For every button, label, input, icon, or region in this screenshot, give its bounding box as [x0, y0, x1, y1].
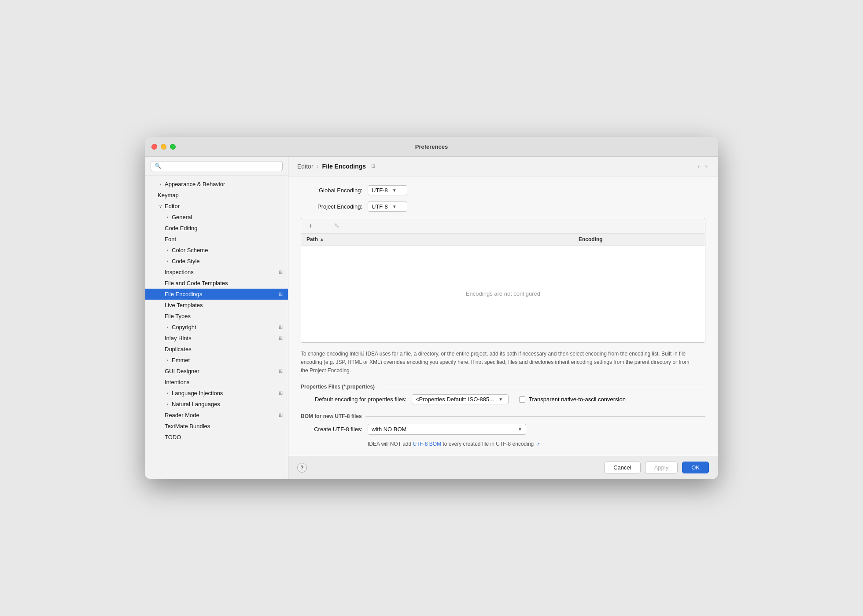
description-text: To change encoding IntelliJ IDEA uses fo… — [301, 350, 697, 375]
sidebar-item-label: Duplicates — [165, 346, 192, 352]
sidebar-item-gui-designer[interactable]: GUI Designer ⊞ — [145, 366, 288, 377]
sidebar: 🔍 › Appearance & Behavior Keymap ∨ Edito — [145, 157, 288, 479]
search-input[interactable] — [164, 163, 279, 169]
dropdown-arrow-icon: ▼ — [392, 204, 397, 209]
sort-asc-icon[interactable]: ▲ — [320, 237, 324, 242]
sidebar-item-label: General — [172, 214, 192, 220]
sidebar-item-natural-languages[interactable]: › Natural Languages — [145, 399, 288, 410]
sidebar-item-label: Editor — [165, 203, 180, 209]
preferences-window: Preferences 🔍 › Appearance & Behavior Ke… — [145, 137, 718, 479]
create-utf8-dropdown[interactable]: with NO BOM ▼ — [368, 424, 526, 435]
ok-button[interactable]: OK — [682, 462, 709, 473]
sidebar-item-general[interactable]: › General — [145, 212, 288, 223]
default-encoding-value: <Properties Default: ISO-885... — [416, 396, 494, 403]
reader-mode-badge: ⊞ — [279, 412, 283, 418]
sidebar-item-reader-mode[interactable]: Reader Mode ⊞ — [145, 410, 288, 421]
path-encoding-table: + − ✎ Path ▲ Encoding Enco — [301, 218, 705, 343]
sidebar-item-file-types[interactable]: File Types — [145, 311, 288, 322]
dropdown-arrow-icon: ▼ — [498, 397, 503, 402]
minimize-button[interactable] — [161, 144, 166, 150]
footer: ? Cancel Apply OK — [288, 456, 718, 479]
sidebar-item-label: GUI Designer — [165, 368, 199, 374]
sidebar-item-label: File and Code Templates — [165, 280, 228, 286]
chevron-down-icon: ∨ — [158, 203, 163, 209]
sidebar-item-code-editing[interactable]: Code Editing — [145, 223, 288, 234]
bom-info-suffix: to every created file in UTF-8 encoding — [441, 441, 534, 447]
chevron-right-icon: › — [165, 390, 170, 396]
chevron-right-icon: › — [165, 401, 170, 407]
chevron-right-icon: › — [165, 357, 170, 363]
bom-info-prefix: IDEA will NOT add — [368, 441, 413, 447]
dropdown-arrow-icon: ▼ — [518, 427, 522, 432]
sidebar-item-copyright[interactable]: › Copyright ⊞ — [145, 322, 288, 333]
path-column-header: Path ▲ — [301, 234, 573, 245]
sidebar-item-todo[interactable]: TODO — [145, 432, 288, 443]
sidebar-item-color-scheme[interactable]: › Color Scheme — [145, 245, 288, 256]
sidebar-item-duplicates[interactable]: Duplicates — [145, 344, 288, 355]
forward-arrow-icon[interactable]: › — [703, 162, 709, 171]
inspections-badge: ⊞ — [279, 269, 283, 275]
sidebar-item-file-encodings[interactable]: File Encodings ⊞ — [145, 289, 288, 300]
search-wrapper[interactable]: 🔍 — [151, 161, 283, 171]
sidebar-item-language-injections[interactable]: › Language Injections ⊞ — [145, 388, 288, 399]
sidebar-item-inlay-hints[interactable]: Inlay Hints ⊞ — [145, 333, 288, 344]
back-arrow-icon[interactable]: ‹ — [696, 162, 702, 171]
encoding-column-label: Encoding — [579, 236, 603, 242]
sidebar-item-label: Font — [165, 236, 176, 242]
path-column-label: Path — [306, 236, 318, 242]
sidebar-item-label: TODO — [165, 434, 181, 440]
empty-state-text: Encodings are not configured — [466, 290, 540, 297]
sidebar-item-appearance-behavior[interactable]: › Appearance & Behavior — [145, 179, 288, 190]
sidebar-item-label: Intentions — [165, 379, 189, 385]
sidebar-item-label: Language Injections — [172, 390, 223, 396]
file-encodings-badge: ⊞ — [279, 291, 283, 297]
sidebar-item-label: Color Scheme — [172, 247, 208, 253]
sidebar-item-textmate-bundles[interactable]: TextMate Bundles — [145, 421, 288, 432]
sidebar-item-label: File Types — [165, 313, 191, 319]
transparent-conversion-row: Transparent native-to-ascii conversion — [519, 396, 626, 403]
sidebar-item-file-code-templates[interactable]: File and Code Templates — [145, 278, 288, 289]
sidebar-item-label: Code Style — [172, 258, 200, 264]
global-encoding-row: Global Encoding: UTF-8 ▼ — [301, 185, 705, 195]
close-button[interactable] — [151, 144, 157, 150]
sidebar-item-intentions[interactable]: Intentions — [145, 377, 288, 388]
apply-button[interactable]: Apply — [645, 462, 678, 473]
sidebar-item-label: Reader Mode — [165, 412, 199, 418]
properties-section-label: Properties Files (*.properties) — [301, 384, 375, 390]
sidebar-item-label: Emmet — [172, 357, 190, 363]
add-path-button[interactable]: + — [306, 221, 315, 231]
gui-designer-badge: ⊞ — [279, 368, 283, 374]
edit-path-button[interactable]: ✎ — [332, 221, 342, 231]
default-encoding-dropdown[interactable]: <Properties Default: ISO-885... ▼ — [412, 394, 509, 404]
breadcrumb-settings-icon: ⊞ — [371, 163, 375, 169]
nav-arrows: ‹ › — [696, 162, 709, 171]
help-button[interactable]: ? — [297, 463, 307, 473]
remove-path-button[interactable]: − — [319, 221, 328, 231]
encoding-column-header: Encoding — [573, 234, 705, 245]
sidebar-item-emmet[interactable]: › Emmet — [145, 355, 288, 366]
breadcrumb-parent[interactable]: Editor — [297, 163, 313, 170]
sidebar-item-keymap[interactable]: Keymap — [145, 190, 288, 201]
dropdown-arrow-icon: ▼ — [392, 188, 397, 193]
sidebar-item-code-style[interactable]: › Code Style — [145, 256, 288, 267]
main-content: Editor › File Encodings ⊞ ‹ › Global Enc… — [288, 157, 718, 479]
properties-section-title: Properties Files (*.properties) — [301, 384, 705, 390]
maximize-button[interactable] — [170, 144, 176, 150]
copyright-badge: ⊞ — [279, 324, 283, 330]
global-encoding-dropdown[interactable]: UTF-8 ▼ — [368, 185, 407, 195]
chevron-right-icon: › — [165, 258, 170, 264]
sidebar-item-inspections[interactable]: Inspections ⊞ — [145, 267, 288, 278]
project-encoding-dropdown[interactable]: UTF-8 ▼ — [368, 202, 407, 212]
nav-items: › Appearance & Behavior Keymap ∨ Editor … — [145, 176, 288, 479]
sidebar-item-font[interactable]: Font — [145, 234, 288, 245]
sidebar-item-live-templates[interactable]: Live Templates — [145, 300, 288, 311]
create-utf8-row: Create UTF-8 files: with NO BOM ▼ — [301, 424, 705, 435]
utf8-bom-link[interactable]: UTF-8 BOM — [413, 441, 441, 447]
sidebar-item-editor[interactable]: ∨ Editor — [145, 201, 288, 212]
sidebar-item-label: Inspections — [165, 269, 194, 275]
sidebar-item-label: Appearance & Behavior — [165, 181, 225, 187]
external-link-icon[interactable]: ↗ — [536, 442, 540, 447]
transparent-conversion-checkbox[interactable] — [519, 396, 525, 403]
cancel-button[interactable]: Cancel — [604, 462, 640, 473]
chevron-right-icon: › — [158, 181, 163, 187]
